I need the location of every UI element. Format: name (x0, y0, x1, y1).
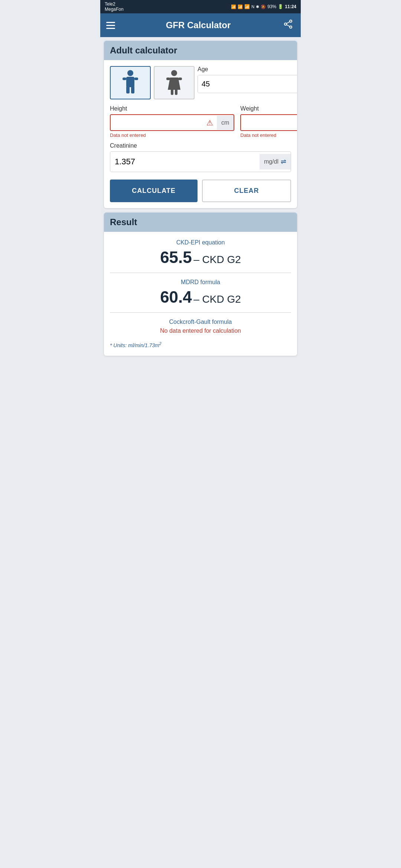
units-note: * Units: ml/min/1.73m2 (110, 342, 291, 348)
units-note-text: * Units: ml/min/1.73m (110, 342, 159, 348)
signal-icon2: 📶 (238, 4, 243, 9)
hw-row: Height ⚠ cm Data not entered Weight ⚠ kg (110, 105, 291, 138)
creatinine-section: Creatinine mg/dl ⇌ (110, 142, 291, 172)
svg-point-5 (127, 70, 133, 76)
mdrd-label: MDRD formula (110, 279, 291, 286)
result-header: Result (104, 213, 297, 232)
mdrd-value: 60.4 (160, 288, 192, 306)
svg-rect-15 (166, 78, 170, 80)
weight-input[interactable] (241, 115, 297, 130)
calculate-button[interactable]: CALCULATE (110, 180, 198, 202)
carrier2: MegaFon (105, 7, 124, 12)
weight-field: Weight ⚠ kg Data not entered (240, 105, 297, 138)
svg-rect-13 (171, 89, 173, 95)
age-input[interactable] (198, 75, 297, 93)
signal-icon: 📶 (231, 4, 236, 9)
svg-rect-10 (134, 78, 138, 80)
ckd-epi-label: CKD-EPI equation (110, 239, 291, 246)
result-card: Result CKD-EPI equation 65.5 – CKD G2 MD… (104, 213, 297, 356)
svg-rect-8 (131, 86, 134, 93)
height-label: Height (110, 105, 234, 112)
svg-rect-16 (178, 78, 182, 80)
creatinine-unit-swap[interactable]: mg/dl ⇌ (260, 154, 291, 170)
height-input[interactable] (111, 115, 203, 130)
toolbar: GFR Calculator (100, 13, 301, 37)
mdrd-stage: – CKD G2 (193, 293, 241, 305)
result-title: Result (110, 217, 137, 227)
ckd-epi-value: 65.5 (160, 248, 192, 266)
gender-age-row: Age years (110, 66, 291, 99)
height-error-text: Data not entered (110, 132, 234, 138)
age-label: Age (198, 66, 297, 73)
svg-rect-7 (126, 86, 130, 93)
carrier1: Tele2 (105, 1, 124, 7)
status-bar: Tele2 MegaFon 📶 📶 📶 N ✱ 🔕 93% 🔋 11:24 (100, 0, 301, 13)
creatinine-unit: mg/dl (264, 158, 278, 165)
svg-point-2 (290, 26, 292, 28)
main-content: Adult calculator (100, 37, 301, 364)
clock: 11:24 (285, 4, 296, 9)
cockcroft-no-data: No data entered for calculation (110, 328, 291, 334)
svg-rect-14 (175, 89, 177, 95)
bluetooth-icon: ✱ (256, 4, 259, 9)
mute-icon: 🔕 (261, 4, 266, 9)
carrier-info: Tele2 MegaFon (105, 1, 124, 12)
height-input-wrapper: ⚠ cm (110, 114, 234, 131)
female-button[interactable] (154, 66, 195, 99)
weight-label: Weight (240, 105, 297, 112)
clear-button[interactable]: CLEAR (202, 180, 291, 202)
adult-calculator-title: Adult calculator (110, 45, 177, 55)
age-input-wrapper: years (198, 75, 297, 93)
divider2 (110, 312, 291, 313)
wifi-icon: 📶 (244, 4, 250, 9)
svg-line-3 (287, 22, 290, 24)
male-figure (121, 69, 140, 96)
share-button[interactable] (281, 19, 295, 31)
ckd-epi-result-row: 65.5 – CKD G2 (110, 248, 291, 267)
adult-calculator-card: Adult calculator (104, 41, 297, 208)
age-group: Age years (198, 66, 297, 93)
creatinine-label: Creatinine (110, 142, 291, 149)
cockcroft-label: Cockcroft-Gault formula (110, 319, 291, 325)
units-superscript: 2 (159, 342, 162, 346)
battery-text: 93% (267, 4, 276, 9)
male-button[interactable] (110, 66, 151, 99)
female-figure (165, 69, 183, 96)
svg-point-11 (171, 70, 177, 76)
result-body: CKD-EPI equation 65.5 – CKD G2 MDRD form… (104, 232, 297, 356)
svg-point-0 (290, 20, 292, 22)
svg-rect-9 (123, 78, 126, 80)
weight-error-text: Data not entered (240, 132, 297, 138)
menu-button[interactable] (106, 22, 115, 29)
creatinine-input-wrapper: mg/dl ⇌ (110, 151, 291, 172)
app-title: GFR Calculator (115, 20, 281, 30)
adult-calculator-body: Age years Height ⚠ cm Dat (104, 60, 297, 208)
ckd-epi-stage: – CKD G2 (193, 254, 241, 265)
height-unit: cm (217, 116, 234, 130)
svg-point-1 (284, 23, 287, 25)
status-right: 📶 📶 📶 N ✱ 🔕 93% 🔋 11:24 (231, 4, 296, 9)
swap-icon: ⇌ (281, 158, 286, 166)
svg-rect-6 (126, 77, 134, 87)
buttons-row: CALCULATE CLEAR (110, 180, 291, 202)
svg-line-4 (287, 25, 290, 27)
nfc-icon: N (251, 4, 254, 9)
creatinine-input[interactable] (110, 152, 260, 172)
weight-input-wrapper: ⚠ kg (240, 114, 297, 131)
divider1 (110, 273, 291, 273)
adult-calculator-header: Adult calculator (104, 41, 297, 60)
mdrd-result-row: 60.4 – CKD G2 (110, 288, 291, 306)
height-error-icon: ⚠ (203, 115, 217, 130)
battery-icon: 🔋 (278, 4, 283, 9)
height-field: Height ⚠ cm Data not entered (110, 105, 234, 138)
